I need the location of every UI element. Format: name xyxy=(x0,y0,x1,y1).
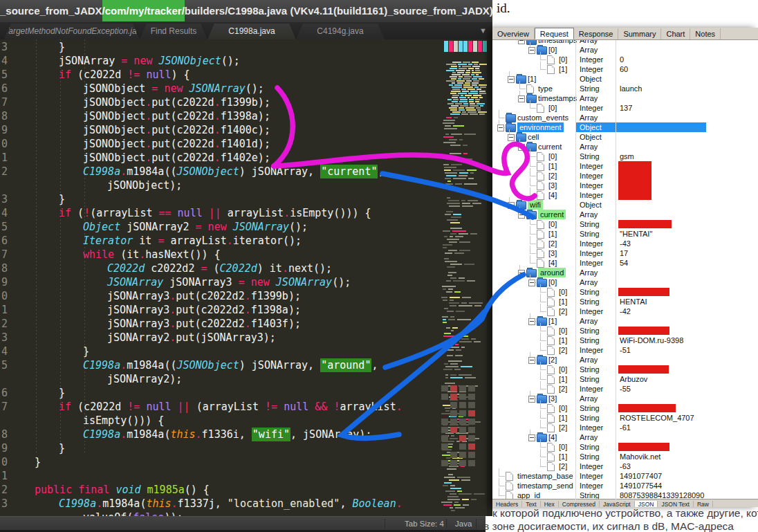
file-tab-c1998a-java[interactable]: C1998a.java xyxy=(207,24,296,39)
collapse-expander-icon[interactable] xyxy=(528,279,535,286)
tree-row-1[interactable]: [1]StringWiFi-DOM.ru-9398 xyxy=(492,336,758,345)
title-bar[interactable]: _source_from_JADX/com/my/tracker/builder… xyxy=(0,0,492,22)
collapse-expander-icon[interactable] xyxy=(518,270,525,277)
tree-row-4[interactable]: [4]Integer54 xyxy=(492,258,758,268)
tab-size-indicator[interactable]: Tab Size: 4 xyxy=(405,517,444,531)
code-line[interactable]: 1jSONArray3.put(c2022d2.f1398a); xyxy=(0,303,429,317)
code-line[interactable]: 1 xyxy=(0,469,429,483)
code-line[interactable]: 0jSONArray3.put(c2022d2.f1399b); xyxy=(0,289,429,303)
tree-row-2[interactable]: [2]Integer-63 xyxy=(492,461,758,471)
code-line[interactable]: 6jSONObject = new JSONArray(); xyxy=(0,82,429,95)
tree-row-4[interactable]: [4]Integer xyxy=(492,190,758,200)
code-line[interactable]: 0jSONObject.put(c2022d.f1401d); xyxy=(0,137,429,151)
code-line[interactable]: 4} xyxy=(0,345,429,358)
collapse-expander-icon[interactable] xyxy=(528,434,535,441)
code-line[interactable]: 2C1998a.m1984a((JSONObject) jSONArray, "… xyxy=(0,165,429,178)
code-line[interactable]: 5if (c2022d != null) { xyxy=(0,68,429,82)
code-line[interactable]: valueOf(false)); xyxy=(0,511,429,516)
content-view-tab-raw[interactable]: Raw xyxy=(694,501,713,507)
code-line[interactable]: 9} xyxy=(0,441,429,455)
tree-row-environment[interactable]: Objectenvironment xyxy=(492,122,758,132)
code-line[interactable]: 4if (!(arrayList == null || arrayList.is… xyxy=(0,206,429,220)
code-line[interactable]: 4jSONArray = new JSONObject(); xyxy=(0,54,429,68)
code-line[interactable]: 3C1998a.m1984a(this.f1337j, "location_en… xyxy=(0,497,429,511)
inspector-tab-overview[interactable]: Overview xyxy=(492,28,535,39)
content-view-tab-headers[interactable]: Headers xyxy=(492,501,522,507)
collapse-expander-icon[interactable] xyxy=(508,202,515,209)
tree-row-0[interactable]: [0]String xyxy=(492,326,758,336)
tree-row-type[interactable]: typeStringlaunch xyxy=(492,84,758,93)
tab-overflow-icon[interactable]: ▼ xyxy=(479,26,487,35)
code-editor[interactable]: 3}4jSONArray = new JSONObject();5if (c20… xyxy=(0,39,492,516)
tree-row-wifi[interactable]: wifiObject xyxy=(492,200,758,210)
content-view-tab-json[interactable]: JSON xyxy=(635,501,658,507)
syntax-indicator[interactable]: Java xyxy=(455,517,472,531)
content-view-tab-text[interactable]: Text xyxy=(522,501,541,507)
content-view-tab-compressed[interactable]: Compressed xyxy=(559,501,600,507)
tree-row-cell[interactable]: cellObject xyxy=(492,132,758,142)
tree-row-4[interactable]: [4]Array xyxy=(492,432,758,442)
file-tab-find-results[interactable]: Find Results xyxy=(140,24,207,39)
code-line[interactable]: 8C2022d c2022d2 = (C2022d) it.next(); xyxy=(0,262,429,275)
collapse-expander-icon[interactable] xyxy=(518,212,525,219)
file-tab-targetmethodnotfoundexception-java[interactable]: TargetMethodNotFoundException.java xyxy=(4,24,140,39)
code-line[interactable]: 1jSONObject.put(c2022d.f1402e); xyxy=(0,151,429,165)
tree-row-0[interactable]: [0]Array xyxy=(492,277,758,287)
tree-row-timestamp_base[interactable]: timestamp_baseInteger1491077407 xyxy=(492,471,758,481)
code-line[interactable]: 7if (c2022d != null || (arrayList != nul… xyxy=(0,400,429,414)
tree-row-1[interactable]: [1]Object xyxy=(492,74,758,84)
code-line[interactable]: 2jSONArray3.put(c2022d2.f1403f); xyxy=(0,317,429,331)
tree-row-1[interactable]: [1]StringHENTAI xyxy=(492,297,758,306)
code-line[interactable]: 9jSONObject.put(c2022d.f1400c); xyxy=(0,123,429,137)
collapse-expander-icon[interactable] xyxy=(528,318,535,325)
code-line[interactable]: 3} xyxy=(0,192,429,206)
tree-row-3[interactable]: [3]Array xyxy=(492,394,758,403)
inspector-tab-chart[interactable]: Chart xyxy=(661,28,690,39)
tree-row-0[interactable]: [0]String xyxy=(492,403,758,413)
tree-row-1[interactable]: [1]StringArbuzov xyxy=(492,374,758,384)
code-line[interactable]: 5Object jSONArray2 = new JSONArray(); xyxy=(0,220,429,234)
code-line[interactable]: 3jSONArray2.put(jSONArray3); xyxy=(0,331,429,345)
code-line[interactable]: jSONObject); xyxy=(0,178,429,192)
code-line[interactable]: 8C1998a.m1984a(this.f1336i, "wifi", jSON… xyxy=(0,428,429,441)
code-line[interactable]: 7while (it.hasNext()) { xyxy=(0,248,429,262)
inspector-tab-notes[interactable]: Notes xyxy=(690,28,721,39)
tree-row-2[interactable]: [2]Array xyxy=(492,355,758,365)
minimap[interactable] xyxy=(434,39,487,516)
content-view-tab-hex[interactable]: Hex xyxy=(541,501,559,507)
tree-row-0[interactable]: [0]Array xyxy=(492,45,758,55)
content-view-tab-json-text[interactable]: JSON Text xyxy=(658,501,693,507)
tree-row-timestamp_send[interactable]: timestamp_sendInteger1491077544 xyxy=(492,481,758,490)
code-line[interactable]: 2public final void m1985a() { xyxy=(0,483,429,497)
json-tree[interactable]: timestampsArray[0]Array[0]Integer0[1]Int… xyxy=(492,28,758,499)
collapse-expander-icon[interactable] xyxy=(518,95,525,102)
code-line[interactable]: 0} xyxy=(0,455,429,469)
inspector-tab-response[interactable]: Response xyxy=(574,28,619,39)
collapse-expander-icon[interactable] xyxy=(528,396,535,403)
code-line[interactable]: 9JSONArray jSONArray3 = new JSONArray(); xyxy=(0,275,429,289)
tree-row-0[interactable]: [0]Integer137 xyxy=(492,103,758,113)
code-line[interactable]: isEmpty())) { xyxy=(0,414,429,428)
code-line[interactable]: 5C1998a.m1984a((JSONObject) jSONArray, "… xyxy=(0,358,429,372)
collapse-expander-icon[interactable] xyxy=(508,134,515,141)
tree-row-1[interactable]: [1]Integer60 xyxy=(492,64,758,74)
tree-row-1[interactable]: [1]Array xyxy=(492,316,758,326)
code-line[interactable]: 6} xyxy=(0,386,429,400)
code-line[interactable]: 6Iterator it = arrayList.iterator(); xyxy=(0,234,429,248)
tree-row-0[interactable]: [0]Integer0 xyxy=(492,55,758,64)
file-tab-c4194g-java[interactable]: C4194g.java xyxy=(296,24,385,39)
code-line[interactable]: 8jSONObject.put(c2022d.f1398a); xyxy=(0,109,429,123)
collapse-expander-icon[interactable] xyxy=(528,357,535,364)
tree-row-0[interactable]: [0]String xyxy=(492,365,758,374)
collapse-expander-icon[interactable] xyxy=(497,125,504,131)
content-view-tab-javascript[interactable]: JavaScript xyxy=(600,501,635,507)
tree-row-0[interactable]: [0]String xyxy=(492,287,758,297)
collapse-expander-icon[interactable] xyxy=(518,144,525,151)
code-line[interactable]: 7jSONObject.put(c2022d.f1399b); xyxy=(0,95,429,109)
code-line[interactable]: 3} xyxy=(0,40,429,54)
tree-row-0[interactable]: [0]String xyxy=(492,442,758,452)
collapse-expander-icon[interactable] xyxy=(508,76,515,83)
code-line[interactable]: jSONArray2); xyxy=(0,372,429,386)
inspector-tab-request[interactable]: Request xyxy=(535,28,574,39)
tree-row-1[interactable]: [1]StringMahovik.net xyxy=(492,452,758,461)
